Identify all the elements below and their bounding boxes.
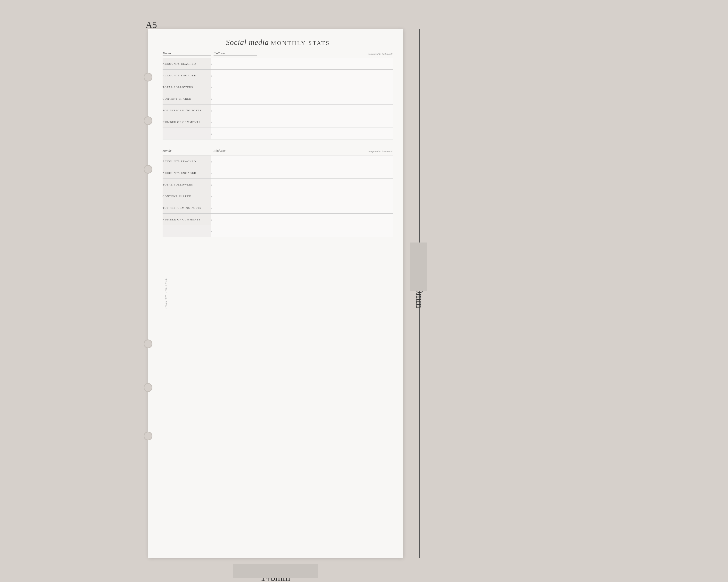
row-value[interactable]: # — [211, 179, 260, 190]
value-hint: # — [211, 207, 213, 210]
value-hint: # — [211, 87, 213, 89]
title-caps: MONTHLY STATS — [271, 40, 330, 46]
row-value[interactable]: # — [211, 116, 260, 128]
row-label: CONTENT SHARED — [163, 190, 211, 202]
row-compare[interactable] — [260, 167, 393, 179]
section-2-header: Month- Platform- compared to last month — [163, 149, 393, 153]
row-value[interactable]: # — [211, 190, 260, 202]
row-label: ACCOUNTS ENGAGED — [163, 167, 211, 179]
value-hint: # — [211, 196, 213, 198]
table-row: ACCOUNTS ENGAGED # — [163, 70, 393, 81]
row-value[interactable]: # — [211, 225, 260, 237]
platform-label-1[interactable]: Platform- — [213, 51, 257, 56]
dim-box-h — [233, 564, 318, 578]
value-hint: # — [211, 63, 213, 65]
dim-box-v — [410, 243, 427, 291]
value-hint: # — [211, 184, 213, 186]
row-compare[interactable] — [260, 81, 393, 93]
row-value[interactable]: # — [211, 105, 260, 116]
table-row: NUMBER OF COMMENTS # — [163, 214, 393, 225]
value-hint: # — [211, 121, 213, 124]
row-compare[interactable] — [260, 190, 393, 202]
table-row: # — [163, 128, 393, 139]
row-compare[interactable] — [260, 116, 393, 128]
ring-5 — [144, 383, 152, 392]
value-hint: # — [211, 172, 213, 175]
value-hint: # — [211, 110, 213, 112]
row-compare[interactable] — [260, 156, 393, 167]
table-row: TOTAL FOLLOWERS # — [163, 81, 393, 93]
table-row: CONTENT SHARED # — [163, 93, 393, 105]
row-label — [163, 225, 211, 237]
value-hint: # — [211, 161, 213, 163]
row-label: TOTAL FOLLOWERS — [163, 179, 211, 190]
row-compare[interactable] — [260, 179, 393, 190]
row-compare[interactable] — [260, 225, 393, 237]
row-label: NUMBER OF COMMENTS — [163, 214, 211, 225]
ring-6 — [144, 432, 152, 440]
row-label: TOTAL FOLLOWERS — [163, 81, 211, 93]
table-row: TOP PERFORMING POSTS # — [163, 202, 393, 214]
page-title: Social media MONTHLY STATS — [163, 38, 393, 47]
stats-table-1: ACCOUNTS REACHED # ACCOUNTS ENGAGED # TO… — [163, 58, 393, 139]
row-compare[interactable] — [260, 70, 393, 81]
table-row: TOTAL FOLLOWERS # — [163, 179, 393, 190]
table-row: # — [163, 225, 393, 237]
compared-label-1: compared to last month — [260, 52, 393, 56]
row-label: TOP PERFORMING POSTS — [163, 202, 211, 214]
value-hint: # — [211, 98, 213, 101]
row-label: ACCOUNTS REACHED — [163, 156, 211, 167]
row-value[interactable]: # — [211, 128, 260, 139]
value-hint: # — [211, 219, 213, 221]
size-label: A5 — [146, 20, 157, 30]
table-row: ACCOUNTS REACHED # — [163, 156, 393, 167]
row-compare[interactable] — [260, 58, 393, 70]
table-row: CONTENT SHARED # — [163, 190, 393, 202]
row-value[interactable]: # — [211, 93, 260, 105]
row-compare[interactable] — [260, 105, 393, 116]
compared-label-2: compared to last month — [260, 150, 393, 153]
platform-label-2[interactable]: Platform- — [213, 149, 257, 153]
row-value[interactable]: # — [211, 167, 260, 179]
table-row: ACCOUNTS ENGAGED # — [163, 167, 393, 179]
table-row: NUMBER OF COMMENTS # — [163, 116, 393, 128]
row-compare[interactable] — [260, 202, 393, 214]
row-value[interactable]: # — [211, 70, 260, 81]
row-label — [163, 128, 211, 139]
row-compare[interactable] — [260, 214, 393, 225]
row-value[interactable]: # — [211, 81, 260, 93]
row-compare[interactable] — [260, 128, 393, 139]
paper: JOANIE'S JOURNAL Social media MONTHLY ST… — [148, 29, 403, 558]
brand-text: JOANIE'S JOURNAL — [164, 278, 167, 309]
row-value[interactable]: # — [211, 58, 260, 70]
row-label: ACCOUNTS REACHED — [163, 58, 211, 70]
row-label: TOP PERFORMING POSTS — [163, 105, 211, 116]
row-value[interactable]: # — [211, 214, 260, 225]
row-label: CONTENT SHARED — [163, 93, 211, 105]
value-hint: # — [211, 231, 213, 233]
row-value[interactable]: # — [211, 156, 260, 167]
row-label: NUMBER OF COMMENTS — [163, 116, 211, 128]
month-label-2[interactable]: Month- — [163, 149, 211, 153]
row-value[interactable]: # — [211, 202, 260, 214]
row-label: ACCOUNTS ENGAGED — [163, 70, 211, 81]
stats-table-2: ACCOUNTS REACHED # ACCOUNTS ENGAGED # TO… — [163, 155, 393, 237]
section-2: Month- Platform- compared to last month … — [148, 142, 403, 239]
value-hint: # — [211, 133, 213, 135]
table-row: TOP PERFORMING POSTS # — [163, 105, 393, 116]
ring-4 — [144, 339, 152, 348]
table-row: ACCOUNTS REACHED # — [163, 58, 393, 70]
section-1: Social media MONTHLY STATS Month- Platfo… — [148, 29, 403, 142]
value-hint: # — [211, 75, 213, 77]
section-1-header: Month- Platform- compared to last month — [163, 51, 393, 56]
title-cursive: Social media — [226, 38, 269, 47]
month-label-1[interactable]: Month- — [163, 51, 211, 56]
row-compare[interactable] — [260, 93, 393, 105]
